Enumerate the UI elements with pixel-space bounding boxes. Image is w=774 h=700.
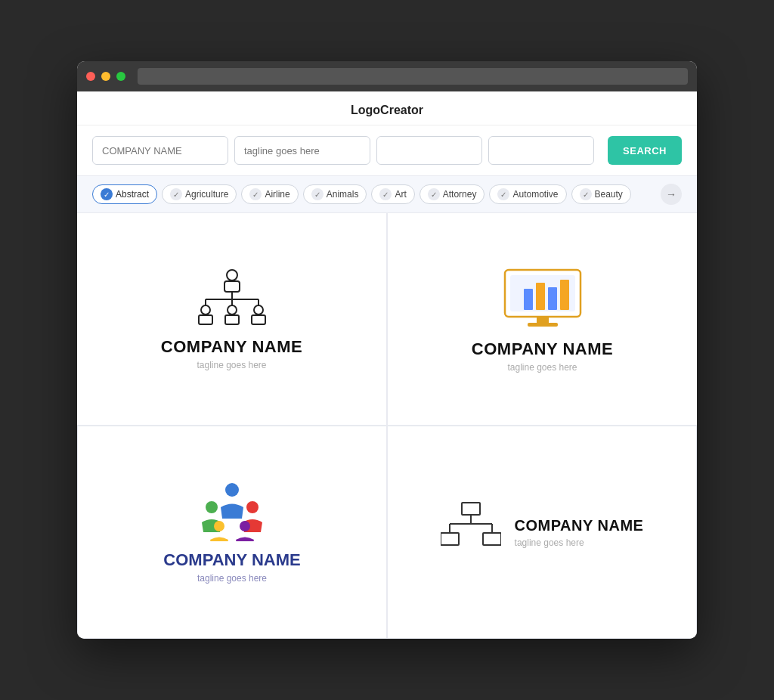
logo-card-1[interactable]: COMPANY NAME tagline goes here <box>77 213 386 425</box>
logo-icon-hierarchy <box>441 501 501 554</box>
svg-point-22 <box>206 501 218 513</box>
filter-label-beauty: Beauty <box>595 189 623 200</box>
logo-card-4[interactable]: COMPANY NAME tagline goes here <box>388 426 696 638</box>
svg-point-11 <box>254 305 263 314</box>
svg-rect-17 <box>548 287 557 310</box>
check-icon-beauty: ✓ <box>580 188 592 200</box>
filter-label-automotive: Automotive <box>512 189 558 200</box>
logo-icon-people <box>198 481 266 541</box>
filter-airline[interactable]: ✓ Airline <box>241 184 298 204</box>
svg-rect-15 <box>524 289 533 310</box>
search-button[interactable]: SEARCH <box>608 136 682 165</box>
svg-rect-19 <box>537 317 549 323</box>
maximize-dot[interactable] <box>116 72 125 81</box>
logo2-company-name: COMPANY NAME <box>472 339 613 359</box>
logo3-tagline: tagline goes here <box>197 573 267 584</box>
logo2-tagline: tagline goes here <box>507 362 577 373</box>
app-header: LogoCreator <box>77 91 697 125</box>
check-icon-art: ✓ <box>379 188 392 200</box>
filter-abstract[interactable]: ✓ Abstract <box>92 184 157 204</box>
logo-grid: COMPANY NAME tagline goes here <box>77 213 697 639</box>
filter-art[interactable]: ✓ Art <box>371 184 414 204</box>
svg-rect-1 <box>224 281 240 292</box>
svg-rect-6 <box>199 315 212 324</box>
filter-attorney[interactable]: ✓ Attorney <box>420 184 485 204</box>
app-title: LogoCreator <box>351 104 423 116</box>
tagline-input[interactable] <box>234 136 370 165</box>
titlebar <box>77 61 697 91</box>
check-icon-agriculture: ✓ <box>170 188 182 200</box>
filter-label-agriculture: Agriculture <box>185 189 228 200</box>
svg-point-24 <box>214 521 224 531</box>
svg-point-25 <box>240 521 250 531</box>
svg-rect-16 <box>536 283 545 310</box>
logo-icon-org-chart <box>187 268 277 328</box>
company-name-input[interactable] <box>92 136 228 165</box>
extra-input-1[interactable] <box>376 136 482 165</box>
filter-beauty[interactable]: ✓ Beauty <box>571 184 631 204</box>
check-icon-automotive: ✓ <box>497 188 509 200</box>
svg-rect-20 <box>528 323 558 327</box>
filter-label-airline: Airline <box>265 189 289 200</box>
svg-point-5 <box>201 305 210 314</box>
address-bar <box>138 68 688 85</box>
app-window: LogoCreator SEARCH ✓ Abstract ✓ Agricult… <box>77 61 697 639</box>
logo4-tagline: tagline goes here <box>515 537 644 548</box>
svg-rect-9 <box>225 315 239 324</box>
logo-card-3[interactable]: COMPANY NAME tagline goes here <box>78 426 386 638</box>
check-icon-attorney: ✓ <box>428 188 440 200</box>
logo-icon-monitor <box>501 266 584 330</box>
filter-label-animals: Animals <box>327 189 359 200</box>
check-icon-animals: ✓ <box>311 188 324 200</box>
filter-automotive[interactable]: ✓ Automotive <box>489 184 566 204</box>
logo3-company-name: COMPANY NAME <box>163 550 300 570</box>
svg-rect-26 <box>462 503 480 515</box>
svg-rect-32 <box>483 533 501 545</box>
filter-next-button[interactable]: → <box>661 184 682 205</box>
svg-rect-18 <box>560 280 569 310</box>
filter-label-abstract: Abstract <box>116 189 149 200</box>
filter-bar: ✓ Abstract ✓ Agriculture ✓ Airline ✓ Ani… <box>77 176 697 213</box>
logo1-company-name: COMPANY NAME <box>161 337 302 357</box>
svg-rect-30 <box>441 533 459 545</box>
filter-label-attorney: Attorney <box>443 189 477 200</box>
svg-point-23 <box>246 501 259 513</box>
check-icon-abstract: ✓ <box>101 188 113 200</box>
svg-point-0 <box>227 270 237 280</box>
svg-rect-12 <box>252 315 265 324</box>
search-bar: SEARCH <box>77 125 697 176</box>
svg-point-21 <box>225 483 239 497</box>
extra-input-2[interactable] <box>488 136 594 165</box>
logo1-tagline: tagline goes here <box>197 360 266 370</box>
logo-card-2[interactable]: COMPANY NAME tagline goes here <box>388 213 697 425</box>
filter-agriculture[interactable]: ✓ Agriculture <box>162 184 237 204</box>
filter-label-art: Art <box>395 189 406 200</box>
filter-animals[interactable]: ✓ Animals <box>303 184 367 204</box>
check-icon-airline: ✓ <box>249 188 262 200</box>
close-dot[interactable] <box>86 72 95 81</box>
logo4-company-name: COMPANY NAME <box>515 517 644 534</box>
minimize-dot[interactable] <box>101 72 110 81</box>
svg-point-8 <box>228 305 237 314</box>
